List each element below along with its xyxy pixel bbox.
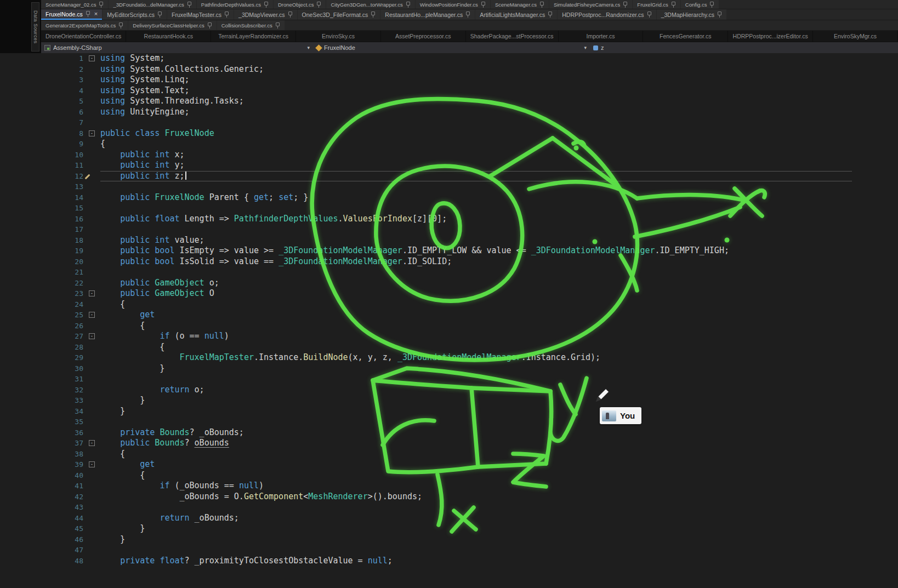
code-line[interactable]: 13 [0, 181, 898, 192]
code-line[interactable]: 30 } [0, 363, 898, 374]
file-tab[interactable]: DroneObject.cs [274, 0, 326, 9]
pin-icon[interactable] [717, 12, 722, 18]
code-line[interactable]: 20 public bool IsSolid => value == _3DFo… [0, 256, 898, 267]
file-tab[interactable]: PathfinderDepthValues.cs [197, 0, 273, 9]
pin-icon[interactable] [187, 2, 192, 8]
code-line[interactable]: 28 { [0, 342, 898, 353]
code-line[interactable]: 24 { [0, 299, 898, 310]
file-tab[interactable]: EnviroSky.cs [296, 31, 381, 42]
code-line[interactable]: 33 } [0, 395, 898, 406]
pin-icon[interactable] [465, 12, 470, 18]
file-tab[interactable]: FencesGenerator.cs [643, 31, 728, 42]
file-tab[interactable]: FruxelGrid.cs [633, 0, 680, 9]
code-line[interactable]: 37- public Bounds? oBounds [0, 438, 898, 449]
fold-collapse-icon[interactable]: - [89, 130, 95, 136]
close-icon[interactable]: × [93, 11, 98, 17]
file-tab[interactable]: _3DMapViewer.cs [234, 9, 297, 20]
file-tab[interactable]: AssetPreprocessor.cs [381, 31, 466, 42]
code-line[interactable]: 14 public FruxelNode Parent { get; set; … [0, 192, 898, 203]
file-tab[interactable]: EnviroSkyMgr.cs [813, 31, 898, 42]
code-editor[interactable]: 1-using System;2using System.Collections… [0, 53, 898, 588]
pin-icon[interactable] [406, 2, 411, 8]
code-line[interactable]: 21 [0, 267, 898, 278]
code-line[interactable]: 18 public int value; [0, 235, 898, 246]
code-line[interactable]: 19 public bool IsEmpty => value >= _3DFo… [0, 246, 898, 256]
file-tab[interactable]: Config.cs [681, 0, 719, 9]
code-line[interactable]: 8-public class FruxelNode [0, 128, 898, 139]
file-tab[interactable]: FruxelMapTester.cs [167, 9, 234, 20]
code-line[interactable]: 31 [0, 374, 898, 385]
file-tab[interactable]: ShaderPackage...stProcessor.cs [466, 31, 559, 42]
pin-icon[interactable] [647, 12, 652, 18]
pin-icon[interactable] [86, 11, 90, 17]
code-line[interactable]: 15 [0, 203, 898, 214]
file-tab[interactable]: TerrainLayerRandomizer.cs [211, 31, 296, 42]
chevron-down-icon[interactable]: ▾ [584, 45, 587, 50]
code-line[interactable]: 35 [0, 416, 898, 427]
pin-icon[interactable] [371, 12, 376, 18]
code-line[interactable]: 29 FruxelMapTester.Instance.BuildNode(x,… [0, 352, 898, 363]
file-tab[interactable]: WindowPositionFinder.cs [416, 0, 490, 9]
code-line[interactable]: 45 } [0, 523, 898, 534]
file-tab[interactable]: SimulatedFisheyeCamera.cs [549, 0, 632, 9]
code-line[interactable]: 46 } [0, 534, 898, 545]
code-line[interactable]: 9{ [0, 139, 898, 150]
file-tab[interactable]: SceneManager.cs [491, 0, 549, 9]
code-line[interactable]: 2using System.Collections.Generic; [0, 64, 898, 75]
code-line[interactable]: 27- if (o == null) [0, 331, 898, 342]
fold-collapse-icon[interactable]: - [89, 55, 95, 61]
pin-icon[interactable] [224, 12, 229, 18]
code-line[interactable]: 5using System.Threading.Tasks; [0, 96, 898, 107]
file-tab[interactable]: RestaurantHook.cs [126, 31, 211, 42]
pin-icon[interactable] [264, 2, 269, 8]
code-line[interactable]: 11 public int y; [0, 160, 898, 171]
code-line[interactable]: 23- public GameObject O [0, 288, 898, 299]
pin-icon[interactable] [207, 22, 212, 28]
code-line[interactable]: 4using System.Text; [0, 85, 898, 96]
code-line[interactable]: 1-using System; [0, 53, 898, 64]
code-line[interactable]: 16 public float Length => PathfinderDept… [0, 214, 898, 225]
file-tab[interactable]: ArtificialLightsManager.cs [475, 9, 557, 20]
file-tab[interactable]: _3DFoundatio...delManager.cs [109, 0, 196, 9]
code-line[interactable]: 10 public int x; [0, 150, 898, 161]
fold-collapse-icon[interactable]: - [89, 290, 95, 296]
code-line[interactable]: 25- get [0, 310, 898, 321]
file-tab[interactable]: RestaurantHo...pleManager.cs [380, 9, 475, 20]
code-line[interactable]: 7 [0, 117, 898, 128]
pin-icon[interactable] [99, 2, 104, 8]
code-line[interactable]: 12 public int z; [0, 171, 898, 182]
file-tab[interactable]: Importer.cs [559, 31, 644, 42]
file-tab[interactable]: HDRPPostproc...izerEditor.cs [728, 31, 813, 42]
code-line[interactable]: 32 return o; [0, 385, 898, 396]
file-tab[interactable]: DroneOrientationController.cs [41, 31, 126, 42]
fold-collapse-icon[interactable]: - [89, 461, 95, 467]
type-dropdown[interactable]: FruxelNode ▾ [313, 42, 590, 53]
pin-icon[interactable] [288, 12, 293, 18]
member-dropdown[interactable]: z [590, 42, 898, 53]
chevron-down-icon[interactable]: ▾ [307, 45, 310, 50]
pin-icon[interactable] [539, 2, 544, 8]
pin-icon[interactable] [623, 2, 628, 8]
code-line[interactable]: 39- get [0, 459, 898, 470]
code-line[interactable]: 38 { [0, 449, 898, 460]
code-line[interactable]: 43 [0, 502, 898, 513]
project-dropdown[interactable]: Assembly-CSharp ▾ [41, 42, 313, 53]
pin-icon[interactable] [709, 2, 714, 8]
data-sources-tab[interactable]: Data Sources [31, 2, 39, 52]
code-line[interactable]: 42 _oBounds = O.GetComponent<MeshRendere… [0, 492, 898, 503]
pin-icon[interactable] [671, 2, 676, 8]
code-line[interactable]: 44 return _oBounds; [0, 513, 898, 524]
pin-icon[interactable] [316, 2, 321, 8]
file-tab[interactable]: _3DMapHierarchy.cs [657, 9, 726, 20]
code-line[interactable]: 40 { [0, 470, 898, 481]
code-line[interactable]: 6using UnityEngine; [0, 107, 898, 118]
pin-icon[interactable] [275, 22, 280, 28]
pin-icon[interactable] [157, 12, 162, 18]
code-line[interactable]: 41 if (_oBounds == null) [0, 481, 898, 492]
fold-collapse-icon[interactable]: - [89, 312, 95, 318]
file-tab[interactable]: HDRPPostproc...Randomizer.cs [558, 9, 656, 20]
code-line[interactable]: 26 { [0, 321, 898, 332]
code-line[interactable]: 36 private Bounds? _oBounds; [0, 427, 898, 438]
file-tab[interactable]: DeliverySurfaceClassHelper.cs [128, 20, 216, 30]
fold-collapse-icon[interactable]: - [89, 440, 95, 446]
